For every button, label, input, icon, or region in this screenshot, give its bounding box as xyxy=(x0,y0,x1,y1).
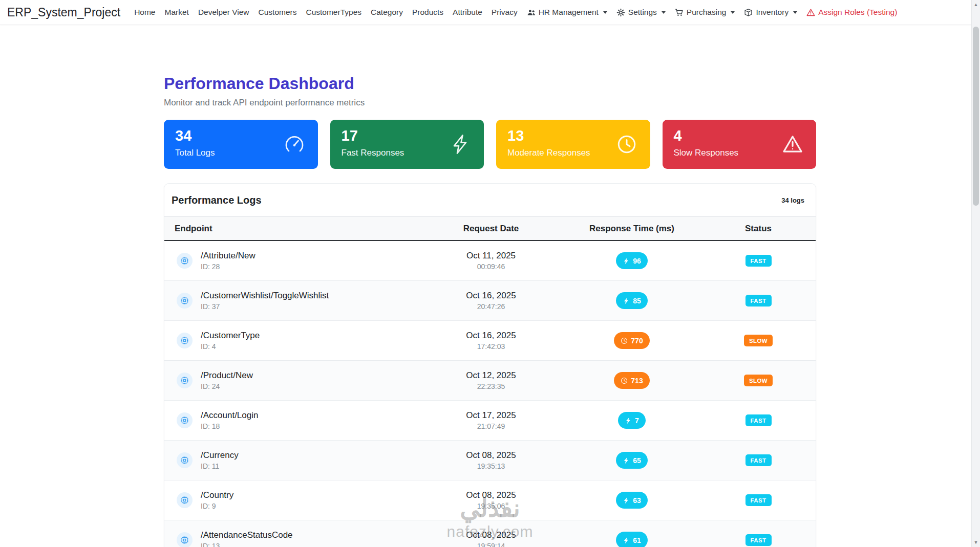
nav-menu-label: Inventory xyxy=(756,8,789,17)
endpoint-id: ID: 13 xyxy=(201,542,293,547)
request-date: Oct 12, 2025 xyxy=(419,370,563,381)
nav-item-assign-roles[interactable]: Assign Roles (Testing) xyxy=(802,8,902,17)
endpoint-path: /Product/New xyxy=(201,370,253,381)
scrollbar-thumb[interactable] xyxy=(973,27,979,206)
request-time: 20:47:26 xyxy=(419,302,563,311)
cpu-icon xyxy=(177,373,193,388)
table-header-row: Endpoint Request Date Response Time (ms)… xyxy=(164,216,816,241)
status-badge: FAST xyxy=(745,295,772,307)
nav-item-customertypes[interactable]: CustomerTypes xyxy=(301,8,366,17)
endpoint-id: ID: 11 xyxy=(201,462,239,470)
cpu-icon xyxy=(177,532,193,547)
stats-row: 34 Total Logs 17 Fast Responses 13 Moder… xyxy=(164,120,816,169)
lightning-icon xyxy=(623,257,630,265)
logs-title: Performance Logs xyxy=(172,194,262,206)
response-time-badge: 63 xyxy=(616,492,648,509)
scroll-up-icon[interactable]: ▲ xyxy=(972,1,980,9)
endpoint-id: ID: 28 xyxy=(201,262,255,271)
vertical-scrollbar[interactable]: ▲ ▼ xyxy=(971,0,980,547)
table-row: /Country ID: 9 Oct 08, 2025 19:35:06 63 … xyxy=(164,480,816,520)
logs-card-header: Performance Logs 34 logs xyxy=(164,184,816,216)
lightning-icon xyxy=(623,537,630,544)
stat-card-total-logs: 34 Total Logs xyxy=(164,120,318,169)
main-content: Performance Dashboard Monitor and track … xyxy=(164,25,816,547)
request-date: Oct 16, 2025 xyxy=(419,331,563,341)
navbar-brand[interactable]: ERP_System_Project xyxy=(7,6,120,19)
nav-item-category[interactable]: Category xyxy=(366,8,408,17)
cart-icon xyxy=(675,8,684,17)
nav-item-market[interactable]: Market xyxy=(160,8,194,17)
nav-item-attribute[interactable]: Attribute xyxy=(448,8,487,17)
table-row: /AttendanceStatusCode ID: 13 Oct 08, 202… xyxy=(164,520,816,547)
response-time-badge: 85 xyxy=(616,292,648,309)
nav-item-customers[interactable]: Customers xyxy=(254,8,302,17)
lightning-icon xyxy=(623,457,630,464)
request-date: Oct 08, 2025 xyxy=(419,490,563,500)
stat-card-moderate-responses: 13 Moderate Responses xyxy=(496,120,650,169)
status-badge: SLOW xyxy=(744,375,773,386)
request-date: Oct 08, 2025 xyxy=(419,530,563,540)
endpoint-path: /Country xyxy=(201,490,233,500)
clock-icon xyxy=(621,337,628,344)
endpoint-path: /Account/Login xyxy=(201,410,258,421)
endpoint-id: ID: 4 xyxy=(201,342,260,351)
request-time: 19:35:13 xyxy=(419,462,563,470)
column-header-status: Status xyxy=(701,224,816,234)
endpoint-id: ID: 18 xyxy=(201,422,258,430)
lightning-icon xyxy=(623,297,630,304)
chevron-down-icon xyxy=(731,11,735,14)
table-row: /Attribute/New ID: 28 Oct 11, 2025 00:09… xyxy=(164,241,816,281)
nav-item-products[interactable]: Products xyxy=(408,8,448,17)
cpu-icon xyxy=(177,333,193,348)
warning-icon xyxy=(806,8,815,17)
gear-icon xyxy=(616,8,625,17)
nav-menu-hr-management[interactable]: HR Management xyxy=(522,8,612,17)
top-navbar: ERP_System_Project Home Market Develper … xyxy=(0,0,980,25)
scroll-down-icon[interactable]: ▼ xyxy=(972,538,980,546)
column-header-request-date: Request Date xyxy=(419,224,563,234)
request-time: 17:42:03 xyxy=(419,342,563,351)
performance-logs-card: Performance Logs 34 logs Endpoint Reques… xyxy=(164,183,816,547)
nav-menu-purchasing[interactable]: Purchasing xyxy=(670,8,740,17)
box-icon xyxy=(744,8,753,17)
speedometer-icon xyxy=(284,134,305,155)
endpoint-path: /CustomerWishlist/ToggleWishlist xyxy=(201,291,329,301)
nav-menu-settings[interactable]: Settings xyxy=(612,8,670,17)
request-date: Oct 08, 2025 xyxy=(419,450,563,461)
column-header-response-time: Response Time (ms) xyxy=(563,224,701,234)
request-date: Oct 17, 2025 xyxy=(419,410,563,421)
clock-icon xyxy=(621,377,628,384)
warning-icon xyxy=(782,134,803,155)
page-subtitle: Monitor and track API endpoint performan… xyxy=(164,98,816,108)
response-time-badge: 61 xyxy=(616,532,648,547)
endpoint-path: /Attribute/New xyxy=(201,251,255,261)
stat-card-slow-responses: 4 Slow Responses xyxy=(663,120,817,169)
chevron-down-icon xyxy=(662,11,666,14)
response-time-badge: 7 xyxy=(618,412,646,429)
request-time: 00:09:46 xyxy=(419,262,563,271)
stat-card-fast-responses: 17 Fast Responses xyxy=(330,120,484,169)
nav-item-home[interactable]: Home xyxy=(130,8,160,17)
status-badge: FAST xyxy=(745,454,772,466)
status-badge: SLOW xyxy=(744,335,773,346)
nav-menu-label: Purchasing xyxy=(687,8,727,17)
nav-item-develper-view[interactable]: Develper View xyxy=(194,8,254,17)
status-badge: FAST xyxy=(745,414,772,426)
chevron-down-icon xyxy=(793,11,797,14)
status-badge: FAST xyxy=(745,494,772,506)
status-badge: FAST xyxy=(745,255,772,267)
lightning-icon xyxy=(625,417,632,424)
endpoint-id: ID: 37 xyxy=(201,302,329,311)
request-date: Oct 16, 2025 xyxy=(419,291,563,301)
nav-menu-inventory[interactable]: Inventory xyxy=(739,8,802,17)
lightning-icon xyxy=(623,497,630,504)
nav-menu-label: Settings xyxy=(628,8,657,17)
endpoint-id: ID: 9 xyxy=(201,502,233,510)
endpoint-id: ID: 24 xyxy=(201,382,253,390)
response-time-badge: 770 xyxy=(614,332,649,349)
cpu-icon xyxy=(177,492,193,508)
endpoint-path: /Currency xyxy=(201,450,239,461)
nav-menu-label: HR Management xyxy=(539,8,599,17)
request-date: Oct 11, 2025 xyxy=(419,251,563,261)
nav-item-privacy[interactable]: Privacy xyxy=(487,8,522,17)
